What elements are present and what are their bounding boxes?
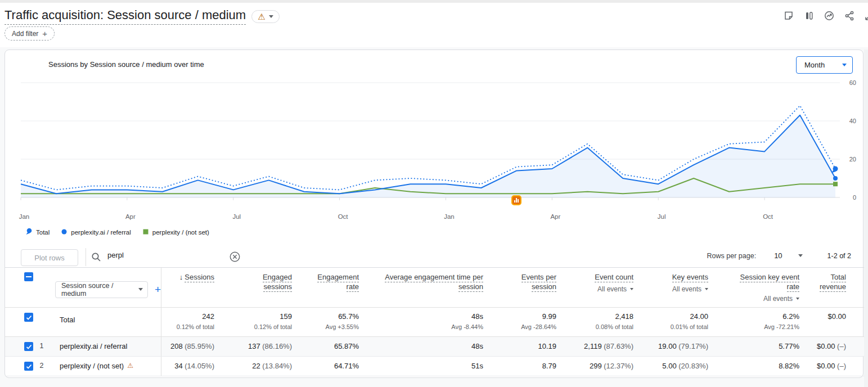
dimension-header-cell: Session source / medium+ [51,268,161,307]
toolbar-divider [86,248,86,266]
column-header-label[interactable]: Engaged [263,273,292,282]
total-value: $0.00 [799,312,846,321]
column-header-label[interactable]: revenue [820,282,846,292]
column-header-averageengagementtimeper-session: Average engagement time persession [359,268,483,307]
metric-number: $0.00 [817,362,835,370]
x-axis-label: Oct [763,213,773,220]
total-metric-cell: 65.7%Avg +3.55% [292,308,359,336]
column-header-label[interactable]: Events per [521,273,556,282]
add-dimension-button[interactable]: + [155,284,161,295]
column-header-label[interactable]: Total [831,273,846,282]
events-filter: All events [633,282,708,293]
checkbox-cell [5,268,32,307]
metric-cell: 10.19 [483,337,556,356]
header-label-line: sessions [214,282,292,291]
warning-triangle-icon[interactable]: ⚠ [127,362,133,370]
page-title[interactable]: Traffic acquisition: Session source / me… [5,8,246,25]
plot-rows-button[interactable]: Plot rows [21,249,78,266]
x-axis-label: Jan [444,213,455,220]
column-header-label[interactable]: session [532,282,556,292]
column-header-label[interactable]: Average engagement time per [385,273,483,282]
all-events-label: All events [763,295,793,303]
events-filter: All events [708,291,799,303]
column-header-label[interactable]: sessions [263,282,292,292]
report-header: Traffic acquisition: Session source / me… [5,8,280,25]
dimension-select[interactable]: Session source / medium [55,281,148,298]
expand-icon[interactable] [864,10,868,21]
x-axis-label: Oct [338,213,349,220]
column-header-label[interactable]: Key events [672,273,708,282]
metric-cell: 2,119 (87.63%) [556,337,633,356]
column-header-label[interactable]: session [458,282,483,292]
spade-marker-icon [25,228,33,236]
metric-percent: (–) [837,342,846,350]
insight-marker-badge[interactable] [511,195,521,205]
total-metric-cell: 6.2%Avg -72.21% [708,308,799,336]
data-quality-pill[interactable]: ⚠ [251,10,279,23]
metric-percent: (20.83%) [678,362,708,370]
column-header-label[interactable]: rate [347,282,359,292]
metric-value: 8.82% [708,362,799,370]
metric-number: 34 [174,362,182,370]
column-header-label[interactable]: Sessions [185,273,214,282]
metric-cell: 34 (14.05%) [161,357,214,376]
total-value: 2,418 [556,312,633,321]
all-events-dropdown[interactable]: All events [597,285,633,293]
all-events-dropdown[interactable]: All events [763,295,799,303]
x-axis-label: Jan [19,213,30,220]
notes-icon[interactable] [783,10,794,21]
metric-number: 8.79 [542,362,556,370]
total-subvalue: Avg -72.21% [708,323,799,330]
chevron-down-icon [842,64,847,66]
legend-item[interactable]: perplexity / (not set) [142,228,209,236]
metric-value: 299 (12.37%) [556,362,633,370]
metric-value: 51s [359,362,483,370]
legend-item[interactable]: perplexity.ai / referral [61,228,131,236]
column-header-label[interactable]: rate [787,282,799,292]
metric-value: $0.00 (–) [799,362,846,370]
total-value: 6.2% [708,312,799,321]
all-events-label: All events [672,285,701,293]
share-icon[interactable] [844,10,855,21]
x-axis-label: Apr [125,213,136,220]
column-header-label[interactable]: Event count [595,273,633,282]
total-spacer [32,308,51,336]
column-header-eventsper-session: Events persession [483,268,556,307]
column-header-label[interactable]: Engagement [317,273,359,282]
header-actions [783,10,868,21]
legend-label: Total [36,229,50,236]
add-filter-button[interactable]: Add filter + [5,26,55,40]
scrollbar-gutter[interactable] [864,50,868,387]
total-subvalue: 0.12% of total [214,323,292,330]
metric-value: 19.00 (79.17%) [633,342,708,350]
search-input[interactable] [106,250,221,260]
metric-cell: 299 (12.37%) [556,357,633,376]
y-axis-label: 0 [853,194,856,201]
rows-per-page-value[interactable]: 10 [774,251,782,260]
metric-number: 5.77% [779,342,799,350]
y-axis-label: 40 [849,118,856,124]
legend-item[interactable]: Total [25,228,50,236]
metric-number: 8.82% [779,362,799,370]
x-axis-label: Jul [232,213,241,220]
header-label-line: Key events [633,272,708,282]
comparisons-icon[interactable] [803,10,815,21]
square-marker-icon [142,228,149,236]
column-header-label[interactable]: Session key event [740,273,799,282]
clear-search-icon[interactable] [229,251,241,265]
not-set-end-marker [833,182,838,186]
circle-marker-icon [61,228,68,236]
header-label-line: Engaged [214,272,292,282]
column-header-engagement-rate: Engagementrate [292,268,359,307]
metric-cell: $0.00 (–) [799,357,864,376]
all-events-dropdown[interactable]: All events [672,285,708,293]
dimension-cell: perplexity.ai / referral [51,337,161,356]
header-label-line: Average engagement time per [359,272,483,282]
chevron-down-icon[interactable] [798,254,803,257]
chart-svg: 0204060JanAprJulOctJanAprJulOct [5,78,864,226]
add-filter-label: Add filter [12,30,38,38]
insights-icon[interactable] [824,10,835,21]
metric-cell: 64.71% [292,357,359,376]
granularity-select[interactable]: Month [796,56,853,74]
metric-value: $0.00 (–) [799,342,846,350]
